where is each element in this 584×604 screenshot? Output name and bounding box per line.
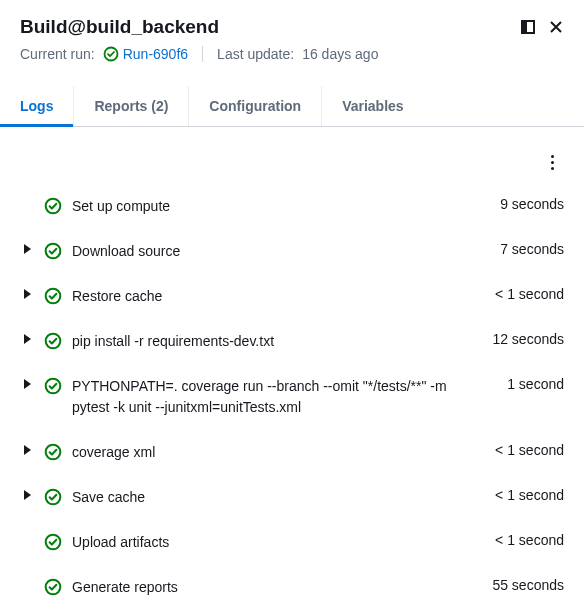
step-duration: 1 second bbox=[507, 376, 564, 392]
success-icon bbox=[44, 577, 62, 596]
step-name: coverage xml bbox=[72, 442, 485, 463]
last-update-value: 16 days ago bbox=[302, 46, 378, 62]
step-duration: 9 seconds bbox=[500, 196, 564, 212]
run-id: Run-690f6 bbox=[123, 46, 188, 62]
step-duration: < 1 second bbox=[495, 286, 564, 302]
step-name: Upload artifacts bbox=[72, 532, 485, 553]
success-icon bbox=[44, 241, 62, 260]
success-icon bbox=[44, 196, 62, 215]
expand-chevron-icon[interactable] bbox=[24, 334, 31, 344]
page-title: Build@build_backend bbox=[20, 16, 219, 38]
success-icon bbox=[44, 487, 62, 506]
success-icon bbox=[44, 331, 62, 350]
step-row: PYTHONPATH=. coverage run --branch --omi… bbox=[20, 364, 564, 430]
more-actions-icon[interactable] bbox=[547, 151, 558, 174]
close-icon[interactable] bbox=[548, 19, 564, 35]
current-run-label: Current run: bbox=[20, 46, 95, 62]
success-icon bbox=[44, 286, 62, 305]
step-row: Restore cache< 1 second bbox=[20, 274, 564, 319]
divider bbox=[202, 46, 203, 62]
step-name: Restore cache bbox=[72, 286, 485, 307]
expand-chevron-icon[interactable] bbox=[24, 490, 31, 500]
current-run-link[interactable]: Run-690f6 bbox=[103, 46, 188, 62]
step-duration: 7 seconds bbox=[500, 241, 564, 257]
step-duration: < 1 second bbox=[495, 442, 564, 458]
success-icon bbox=[44, 442, 62, 461]
step-row: Set up compute9 seconds bbox=[20, 184, 564, 229]
step-row: pip install -r requirements-dev.txt12 se… bbox=[20, 319, 564, 364]
step-name: Set up compute bbox=[72, 196, 490, 217]
step-name: Generate reports bbox=[72, 577, 482, 598]
svg-rect-1 bbox=[522, 21, 527, 33]
expand-chevron-icon[interactable] bbox=[24, 244, 31, 254]
success-icon bbox=[103, 46, 119, 62]
tab-reports-2[interactable]: Reports (2) bbox=[74, 86, 189, 126]
step-duration: < 1 second bbox=[495, 532, 564, 548]
expand-chevron-icon[interactable] bbox=[24, 379, 31, 389]
window-resize-icon[interactable] bbox=[520, 19, 536, 35]
step-row: coverage xml< 1 second bbox=[20, 430, 564, 475]
tab-variables[interactable]: Variables bbox=[322, 86, 424, 126]
last-update-label: Last update: bbox=[217, 46, 294, 62]
step-duration: < 1 second bbox=[495, 487, 564, 503]
tab-configuration[interactable]: Configuration bbox=[189, 86, 322, 126]
tabs: LogsReports (2)ConfigurationVariables bbox=[0, 86, 584, 127]
success-icon bbox=[44, 532, 62, 551]
tab-logs[interactable]: Logs bbox=[0, 86, 74, 126]
step-name: pip install -r requirements-dev.txt bbox=[72, 331, 482, 352]
expand-chevron-icon[interactable] bbox=[24, 445, 31, 455]
expand-chevron-icon[interactable] bbox=[24, 289, 31, 299]
step-row: Generate reports55 seconds bbox=[20, 565, 564, 604]
step-row: Download source7 seconds bbox=[20, 229, 564, 274]
success-icon bbox=[44, 376, 62, 395]
step-row: Upload artifacts< 1 second bbox=[20, 520, 564, 565]
step-name: PYTHONPATH=. coverage run --branch --omi… bbox=[72, 376, 497, 418]
step-name: Download source bbox=[72, 241, 490, 262]
step-duration: 55 seconds bbox=[492, 577, 564, 593]
step-name: Save cache bbox=[72, 487, 485, 508]
step-row: Save cache< 1 second bbox=[20, 475, 564, 520]
step-duration: 12 seconds bbox=[492, 331, 564, 347]
